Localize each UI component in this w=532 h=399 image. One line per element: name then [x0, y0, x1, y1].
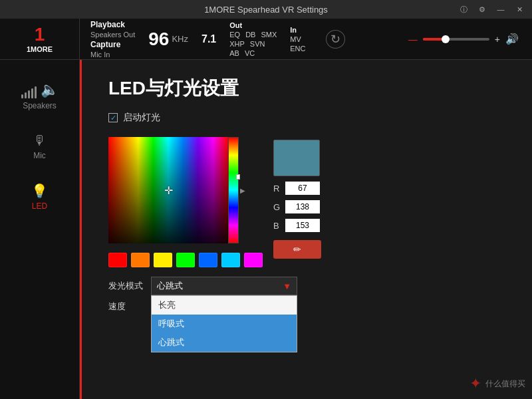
watermark-icon: ✦ [469, 375, 481, 392]
color-picker-row: ✛ ▶ [108, 137, 263, 243]
out-label-row: Out [229, 21, 277, 29]
mode-dropdown-trigger[interactable]: 心跳式 ▼ [151, 277, 297, 295]
watermark: ✦ 什么值得买 [469, 375, 525, 392]
info-button[interactable]: ⓘ [458, 3, 469, 15]
refresh-section: ↻ [326, 32, 345, 47]
volume-minus-icon[interactable]: — [408, 34, 418, 45]
enable-light-label: 启动灯光 [123, 112, 160, 124]
volume-slider-fill [423, 38, 443, 41]
speed-label: 速度 [108, 301, 126, 313]
hue-handle[interactable] [236, 174, 240, 180]
hue-arrow: ▶ [239, 137, 245, 243]
r-input[interactable] [285, 182, 320, 195]
mode-option-changguang[interactable]: 长亮 [152, 296, 297, 315]
volume-slider-area[interactable]: — + 🔊 [408, 33, 519, 45]
hue-bar[interactable] [228, 137, 239, 243]
smx-tag[interactable]: SMX [261, 31, 277, 39]
mv-tag[interactable]: MV [290, 35, 301, 43]
settings-button[interactable]: ⚙ [476, 3, 488, 15]
speaker-icon: 🔊 [505, 33, 519, 45]
sidebar-item-mic[interactable]: 🎙 Mic [10, 125, 70, 168]
channel-section: 7.1 [201, 33, 216, 45]
b-input[interactable] [285, 219, 320, 232]
preset-blue[interactable] [199, 253, 217, 267]
xhp-tag[interactable]: XHP [229, 40, 245, 48]
out-row1[interactable]: EQ DB SMX [229, 31, 277, 39]
color-picker-section: ✛ ▶ [108, 137, 505, 267]
mic-icon: 🎙 [33, 133, 47, 148]
window-title: 1MORE Spearhead VR Settings [204, 5, 328, 15]
b-label: B [273, 221, 281, 231]
main-layout: 🔈 Speakers 🎙 Mic 💡 LED LED与灯光设置 ✓ 启动灯光 [0, 60, 532, 399]
sidebar-item-speakers[interactable]: 🔈 Speakers [10, 73, 70, 118]
preset-cyan[interactable] [221, 253, 240, 267]
led-icon: 💡 [31, 183, 48, 199]
mode-dropdown-list[interactable]: 长亮 呼吸式 心跳式 [151, 295, 297, 352]
enable-light-checkbox[interactable]: ✓ [108, 113, 118, 122]
mode-option-xingtiao[interactable]: 心跳式 [152, 333, 297, 352]
playback-section: Playback Speakers Out Capture Mic In [90, 20, 135, 59]
sample-rate-unit: KHz [172, 34, 188, 44]
preset-yellow[interactable] [154, 253, 172, 267]
close-button[interactable]: ✕ [513, 3, 525, 15]
logo-icon: 1 [35, 25, 45, 44]
sidebar: 🔈 Speakers 🎙 Mic 💡 LED [0, 60, 80, 399]
mode-label: 发光模式 [108, 280, 143, 292]
crosshair-icon: ✛ [164, 184, 173, 197]
volume-slider-track[interactable] [423, 38, 489, 41]
playback-label: Playback [90, 20, 135, 29]
led-label: LED [32, 201, 47, 211]
enable-light-row: ✓ 启动灯光 [108, 112, 505, 124]
mode-selected-value: 心跳式 [157, 280, 183, 292]
header: 1 1MORE Playback Speakers Out Capture Mi… [0, 19, 532, 60]
out-row2[interactable]: XHP SVN [229, 40, 277, 48]
eyedropper-button[interactable]: ✏ [273, 240, 321, 259]
g-label: G [273, 202, 281, 212]
color-preview [273, 140, 320, 176]
svn-tag[interactable]: SVN [250, 40, 265, 48]
refresh-icon[interactable]: ↻ [326, 30, 345, 49]
in-row1[interactable]: MV [290, 35, 305, 43]
mode-option-huxi[interactable]: 呼吸式 [152, 315, 297, 333]
mode-row: 发光模式 心跳式 ▼ 长亮 呼吸式 心跳式 [108, 277, 505, 295]
color-info-panel: R G B ✏ [273, 137, 321, 259]
preset-green[interactable] [176, 253, 195, 267]
logo-text: 1MORE [27, 45, 53, 53]
out-tags-section: Out EQ DB SMX XHP SVN AB VC [229, 21, 277, 57]
color-presets [108, 253, 263, 267]
eq-tag[interactable]: EQ [229, 31, 240, 39]
out-label: Out [229, 21, 242, 29]
enc-tag[interactable]: ENC [290, 45, 305, 53]
speakers-label: Speakers [23, 101, 57, 110]
in-label-row: In [290, 26, 305, 34]
out-row3[interactable]: AB VC [229, 49, 277, 57]
g-input[interactable] [285, 200, 320, 213]
sample-rate-section: 96 KHz [148, 30, 188, 49]
ab-tag[interactable]: AB [229, 49, 239, 57]
in-row2[interactable]: ENC [290, 45, 305, 53]
in-tags-section: In MV ENC [290, 26, 305, 53]
color-gradient-canvas[interactable]: ✛ [108, 137, 228, 243]
blue-row: B [273, 219, 321, 232]
vc-tag[interactable]: VC [245, 49, 255, 57]
capture-label: Capture [90, 40, 135, 49]
header-nav: Playback Speakers Out Capture Mic In 96 … [80, 19, 408, 59]
watermark-text: 什么值得买 [485, 378, 525, 390]
preset-orange[interactable] [131, 253, 150, 267]
green-row: G [273, 200, 321, 213]
mode-speed-section: 发光模式 心跳式 ▼ 长亮 呼吸式 心跳式 速度 [108, 277, 505, 313]
mode-dropdown-wrapper[interactable]: 心跳式 ▼ 长亮 呼吸式 心跳式 [151, 277, 297, 295]
sample-rate-value: 96 [148, 30, 169, 49]
volume-plus-icon[interactable]: + [495, 34, 500, 45]
title-bar: 1MORE Spearhead VR Settings ⓘ ⚙ — ✕ [0, 0, 532, 19]
preset-magenta[interactable] [244, 253, 263, 267]
minimize-button[interactable]: — [495, 3, 507, 15]
preset-red[interactable] [108, 253, 127, 267]
db-tag[interactable]: DB [245, 31, 255, 39]
volume-slider-thumb[interactable] [442, 35, 450, 43]
sidebar-item-led[interactable]: 💡 LED [10, 175, 70, 219]
page-title: LED与灯光设置 [108, 76, 505, 101]
in-label: In [290, 26, 297, 34]
red-row: R [273, 182, 321, 195]
channel-mode: 7.1 [201, 33, 216, 45]
